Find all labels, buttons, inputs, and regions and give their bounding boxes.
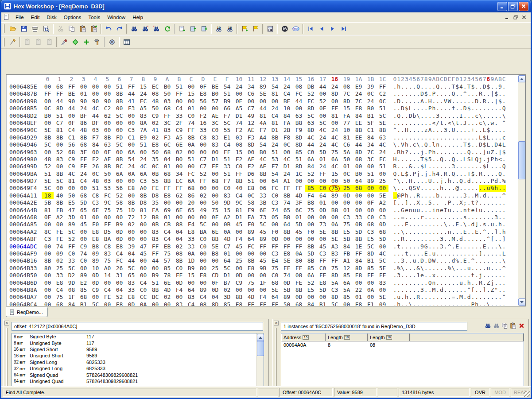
hex-byte[interactable]: 8D bbox=[54, 105, 66, 112]
hex-byte[interactable]: 83 bbox=[173, 301, 185, 306]
ascii-char[interactable]: . bbox=[424, 221, 428, 228]
ascii-char[interactable]: . bbox=[436, 257, 440, 264]
hex-byte[interactable]: 68 bbox=[353, 156, 365, 163]
hex-byte[interactable]: 5C bbox=[365, 243, 377, 250]
ascii-char[interactable]: . bbox=[440, 294, 444, 301]
hex-byte[interactable]: 00 bbox=[329, 98, 341, 105]
ascii-char[interactable]: < bbox=[432, 120, 436, 127]
ascii-char[interactable]: . bbox=[440, 170, 444, 178]
ascii-char[interactable]: t bbox=[471, 199, 475, 206]
hex-byte[interactable]: 00 bbox=[137, 149, 149, 156]
hex-byte[interactable]: 0A bbox=[365, 287, 377, 294]
ascii-char[interactable]: ] bbox=[482, 287, 486, 294]
inspector-row[interactable]: 64 BITSigned Quad5782648309829608821 bbox=[12, 372, 264, 378]
hex-byte[interactable]: 75 bbox=[161, 250, 173, 257]
hex-byte[interactable]: 00 bbox=[42, 83, 54, 90]
hex-byte[interactable]: FF bbox=[377, 272, 388, 279]
ascii-char[interactable]: L bbox=[502, 141, 506, 148]
hex-byte[interactable]: 1C bbox=[293, 170, 305, 178]
ascii-char[interactable]: . bbox=[397, 279, 401, 287]
hex-byte[interactable]: B1 bbox=[317, 301, 329, 306]
hex-byte[interactable]: 8B bbox=[113, 156, 125, 163]
hex-byte[interactable]: FC bbox=[293, 90, 305, 97]
hex-byte[interactable]: 9C bbox=[233, 199, 245, 206]
ascii-char[interactable]: . bbox=[459, 207, 463, 214]
ascii-char[interactable]: . bbox=[404, 120, 408, 127]
ascii-char[interactable]: . bbox=[490, 229, 494, 236]
ascii-char[interactable]: . bbox=[404, 265, 408, 272]
hex-byte[interactable]: 8B bbox=[209, 236, 221, 243]
ascii-char[interactable]: . bbox=[486, 221, 490, 228]
ascii-char[interactable]: . bbox=[416, 105, 420, 112]
ascii-char[interactable]: V bbox=[443, 98, 447, 105]
ascii-char[interactable]: . bbox=[502, 207, 506, 214]
ascii-char[interactable]: . bbox=[502, 287, 506, 294]
ascii-char[interactable]: . bbox=[482, 90, 486, 97]
hex-byte[interactable]: 00 bbox=[66, 185, 78, 192]
inspector-row[interactable]: 64 BITUnsigned Quad5782648309829608821 bbox=[12, 378, 264, 384]
ascii-char[interactable]: ^ bbox=[502, 120, 506, 127]
hex-byte[interactable]: F3 bbox=[161, 134, 173, 141]
ascii-char[interactable]: ] bbox=[482, 149, 486, 156]
ascii-char[interactable]: . bbox=[486, 214, 490, 221]
ascii-char[interactable]: . bbox=[408, 236, 412, 243]
ascii-char[interactable]: . bbox=[447, 163, 451, 170]
ascii-char[interactable]: . bbox=[424, 279, 428, 287]
hex-byte[interactable]: 52 bbox=[305, 170, 317, 178]
hex-byte[interactable]: 00 bbox=[305, 221, 317, 228]
ascii-char[interactable]: \ bbox=[393, 141, 397, 148]
ascii-char[interactable]: . bbox=[502, 279, 506, 287]
hex-byte[interactable]: 84 bbox=[353, 112, 365, 120]
ascii-char[interactable]: . bbox=[428, 287, 432, 294]
ascii-char[interactable]: . bbox=[467, 120, 471, 127]
ascii-char[interactable]: . bbox=[451, 149, 455, 156]
hex-byte[interactable]: 24 bbox=[281, 83, 293, 90]
ascii-char[interactable]: . bbox=[412, 105, 416, 112]
hex-byte[interactable]: 3F bbox=[78, 149, 89, 156]
ascii-char[interactable]: . bbox=[447, 149, 451, 156]
hex-byte[interactable]: 00 bbox=[125, 229, 137, 236]
ascii-char[interactable]: . bbox=[432, 178, 436, 185]
ascii-char[interactable]: Q bbox=[397, 112, 401, 120]
hex-byte[interactable]: C6 bbox=[245, 90, 257, 97]
ascii-char[interactable]: . bbox=[428, 214, 432, 221]
hex-byte[interactable]: 00 bbox=[54, 141, 66, 148]
hex-byte[interactable]: C7 bbox=[197, 156, 209, 163]
hex-byte[interactable]: C9 bbox=[66, 156, 78, 163]
ascii-char[interactable]: . bbox=[467, 98, 471, 105]
ascii-char[interactable]: ^ bbox=[502, 294, 506, 301]
hex-byte[interactable]: FF bbox=[281, 265, 293, 272]
hex-byte[interactable]: 8B bbox=[125, 199, 137, 206]
hex-byte[interactable]: 00 bbox=[78, 83, 89, 90]
ascii-char[interactable]: . bbox=[443, 279, 447, 287]
hex-byte[interactable]: 51 bbox=[42, 170, 54, 178]
hex-byte[interactable]: 6A bbox=[125, 149, 137, 156]
hex-byte[interactable]: 00 bbox=[305, 236, 317, 243]
hex-byte[interactable]: 51 bbox=[377, 163, 388, 170]
hex-byte[interactable]: FF bbox=[149, 243, 161, 250]
hex-byte[interactable]: C1 bbox=[66, 134, 78, 141]
hex-byte[interactable]: D1 bbox=[269, 127, 281, 134]
hex-byte[interactable]: C3 bbox=[269, 250, 281, 257]
ascii-char[interactable]: . bbox=[451, 185, 455, 192]
hex-byte[interactable]: 8B bbox=[305, 243, 317, 250]
hex-byte[interactable]: 51 bbox=[221, 170, 233, 178]
ascii-char[interactable]: 3 bbox=[401, 257, 405, 264]
hex-byte[interactable]: 01 bbox=[317, 156, 329, 163]
ascii-char[interactable]: . bbox=[475, 294, 479, 301]
edit-tool-button[interactable] bbox=[7, 37, 18, 47]
hex-byte[interactable]: 8D bbox=[293, 134, 305, 141]
hex-byte[interactable]: 2F bbox=[173, 120, 185, 127]
ascii-char[interactable]: . bbox=[467, 134, 471, 141]
ascii-char[interactable]: . bbox=[482, 185, 486, 192]
hex-byte[interactable]: F2 bbox=[89, 156, 101, 163]
hex-byte[interactable]: 5E bbox=[377, 120, 388, 127]
ascii-char[interactable]: . bbox=[443, 272, 447, 279]
hex-byte[interactable]: 50 bbox=[209, 199, 221, 206]
hex-byte[interactable]: BE bbox=[209, 83, 221, 90]
hex-byte[interactable]: 8C bbox=[42, 229, 54, 236]
hex-byte[interactable]: D5 bbox=[101, 229, 113, 236]
ascii-char[interactable]: . bbox=[408, 265, 412, 272]
ascii-char[interactable]: D bbox=[463, 105, 467, 112]
ascii-char[interactable]: ; bbox=[463, 199, 467, 206]
